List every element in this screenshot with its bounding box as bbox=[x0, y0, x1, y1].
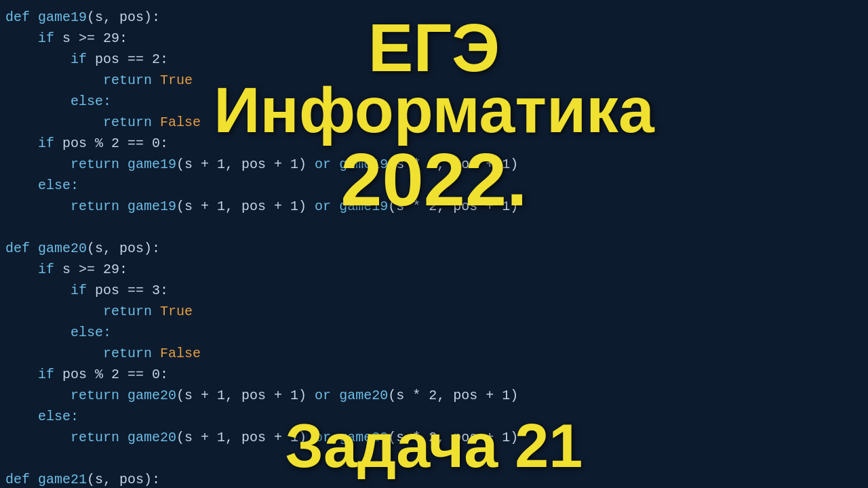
code-line-6: return False bbox=[0, 112, 868, 133]
code-line-23: def game21(s, pos): bbox=[0, 469, 868, 488]
code-line-4: return True bbox=[0, 70, 868, 91]
code-line-18: if pos % 2 == 0: bbox=[0, 364, 868, 385]
code-line-7: if pos % 2 == 0: bbox=[0, 133, 868, 154]
code-line-19: return game20(s + 1, pos + 1) or game20(… bbox=[0, 385, 868, 406]
code-line-3: if pos == 2: bbox=[0, 49, 868, 70]
code-line-8: return game19(s + 1, pos + 1) or game19(… bbox=[0, 154, 868, 175]
code-line-14: if pos == 3: bbox=[0, 280, 868, 301]
code-line-9: else: bbox=[0, 175, 868, 196]
code-line-10: return game19(s + 1, pos + 1) or game19(… bbox=[0, 196, 868, 217]
code-line-2: if s >= 29: bbox=[0, 28, 868, 49]
code-line-13: if s >= 29: bbox=[0, 259, 868, 280]
code-line-22 bbox=[0, 448, 868, 469]
code-line-12: def game20(s, pos): bbox=[0, 238, 868, 259]
code-line-15: return True bbox=[0, 301, 868, 322]
code-background: def game19(s, pos): if s >= 29: if pos =… bbox=[0, 0, 868, 488]
code-line-16: else: bbox=[0, 322, 868, 343]
code-line-17: return False bbox=[0, 343, 868, 364]
code-line-1: def game19(s, pos): bbox=[0, 7, 868, 28]
code-line-5: else: bbox=[0, 91, 868, 112]
code-line-20: else: bbox=[0, 406, 868, 427]
code-line-21: return game20(s + 1, pos + 1) or game20(… bbox=[0, 427, 868, 448]
code-line-11 bbox=[0, 217, 868, 238]
